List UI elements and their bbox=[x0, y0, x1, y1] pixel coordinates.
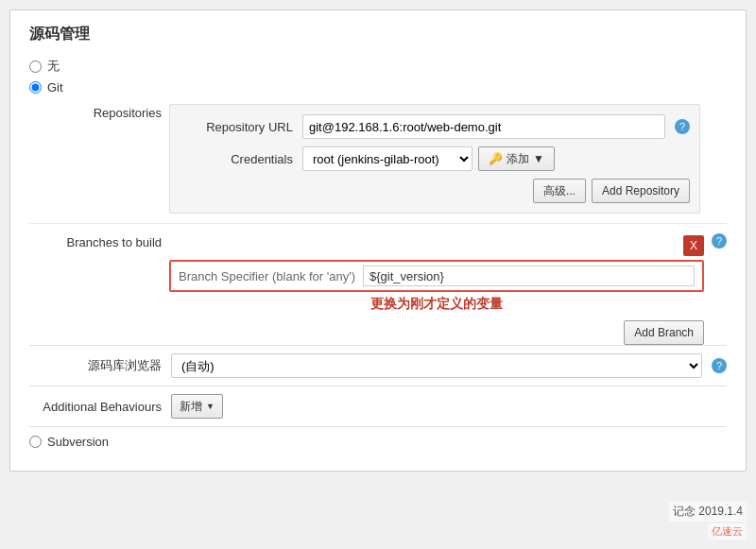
radio-git[interactable] bbox=[29, 81, 42, 94]
radio-subversion[interactable] bbox=[29, 436, 42, 448]
source-browser-row: 源码库浏览器 (自动) ? bbox=[29, 345, 727, 386]
url-help-icon[interactable]: ? bbox=[675, 119, 690, 134]
additional-add-button[interactable]: 新增 ▼ bbox=[171, 394, 223, 419]
branch-specifier-label: Branch Specifier (blank for 'any') bbox=[179, 269, 355, 283]
branches-label: Branches to build bbox=[29, 233, 162, 249]
credentials-select[interactable]: root (jenkins-gilab-root) bbox=[302, 146, 472, 171]
add-label: 新增 bbox=[180, 399, 202, 415]
branch-specifier-input[interactable] bbox=[363, 266, 695, 286]
source-browser-help-icon[interactable]: ? bbox=[712, 358, 727, 373]
additional-behaviours-label: Additional Behaviours bbox=[29, 400, 162, 414]
radio-none-group: 无 bbox=[29, 58, 727, 75]
section-title: 源码管理 bbox=[29, 25, 727, 44]
source-browser-select[interactable]: (自动) bbox=[171, 353, 702, 378]
delete-branch-button[interactable]: X bbox=[683, 235, 704, 256]
advanced-button[interactable]: 高级... bbox=[533, 179, 586, 203]
add-branch-button[interactable]: Add Branch bbox=[624, 320, 704, 345]
key-icon: 🔑 bbox=[489, 152, 503, 165]
watermark-logo: 亿速云 bbox=[708, 523, 747, 540]
add-credentials-button[interactable]: 🔑 添加 ▼ bbox=[478, 146, 555, 171]
radio-none[interactable] bbox=[29, 60, 42, 73]
watermark-text-1: 记念 2019.1.4 bbox=[669, 502, 747, 522]
url-label: Repository URL bbox=[180, 120, 293, 134]
credentials-label: Credentials bbox=[180, 152, 293, 166]
repository-url-input[interactable] bbox=[302, 114, 665, 139]
repositories-label: Repositories bbox=[29, 104, 162, 120]
radio-none-label: 无 bbox=[47, 58, 60, 75]
credentials-dropdown-arrow: ▼ bbox=[533, 152, 544, 165]
branch-hint: 更换为刚才定义的变量 bbox=[169, 292, 704, 317]
branches-help-icon[interactable]: ? bbox=[712, 233, 727, 249]
additional-dropdown-arrow: ▼ bbox=[206, 402, 215, 411]
branch-specifier-box: Branch Specifier (blank for 'any') bbox=[169, 260, 704, 292]
additional-behaviours-row: Additional Behaviours 新增 ▼ bbox=[29, 386, 727, 426]
add-repository-button[interactable]: Add Repository bbox=[592, 179, 690, 203]
radio-git-group: Git bbox=[29, 80, 727, 94]
source-browser-label: 源码库浏览器 bbox=[29, 357, 162, 374]
radio-git-label: Git bbox=[47, 80, 63, 94]
subversion-label: Subversion bbox=[47, 435, 109, 449]
watermark: 记念 2019.1.4 亿速云 bbox=[669, 502, 747, 540]
subversion-row: Subversion bbox=[29, 426, 727, 456]
